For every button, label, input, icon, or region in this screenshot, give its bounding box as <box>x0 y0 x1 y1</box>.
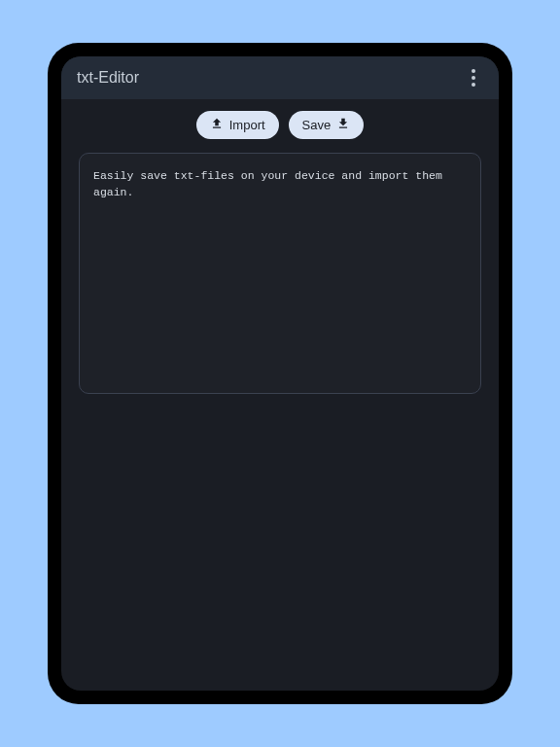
editor-container <box>79 153 481 398</box>
import-button[interactable]: Import <box>196 111 279 139</box>
app-header: txt-Editor <box>61 56 499 99</box>
app-title: txt-Editor <box>77 69 139 87</box>
import-button-label: Import <box>229 118 265 132</box>
save-button[interactable]: Save <box>289 111 365 139</box>
tablet-screen: txt-Editor Import Save <box>61 56 499 691</box>
download-icon <box>336 117 350 133</box>
save-button-label: Save <box>302 118 332 132</box>
more-options-icon[interactable] <box>464 61 483 94</box>
text-editor-input[interactable] <box>79 153 481 394</box>
toolbar: Import Save <box>61 99 499 153</box>
tablet-frame: txt-Editor Import Save <box>48 43 512 704</box>
upload-icon <box>210 117 224 133</box>
